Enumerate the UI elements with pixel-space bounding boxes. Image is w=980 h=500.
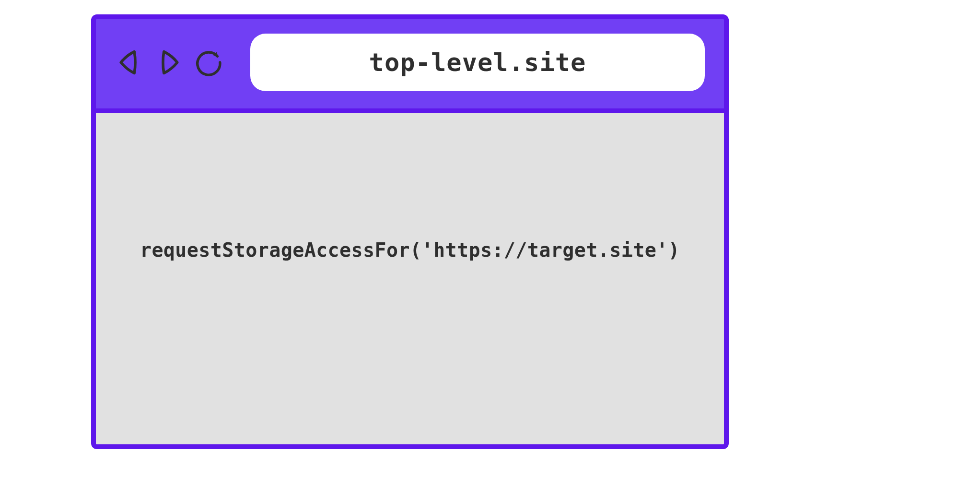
url-text: top-level.site — [369, 48, 586, 77]
forward-icon[interactable] — [155, 48, 183, 77]
address-bar[interactable]: top-level.site — [250, 34, 705, 91]
browser-toolbar: top-level.site — [96, 19, 724, 108]
code-snippet: requestStorageAccessFor('https://target.… — [140, 239, 680, 261]
nav-buttons — [115, 48, 223, 77]
back-icon[interactable] — [115, 48, 143, 77]
browser-window: top-level.site requestStorageAccessFor('… — [91, 14, 729, 449]
browser-viewport: requestStorageAccessFor('https://target.… — [96, 108, 724, 444]
reload-icon[interactable] — [196, 48, 223, 77]
